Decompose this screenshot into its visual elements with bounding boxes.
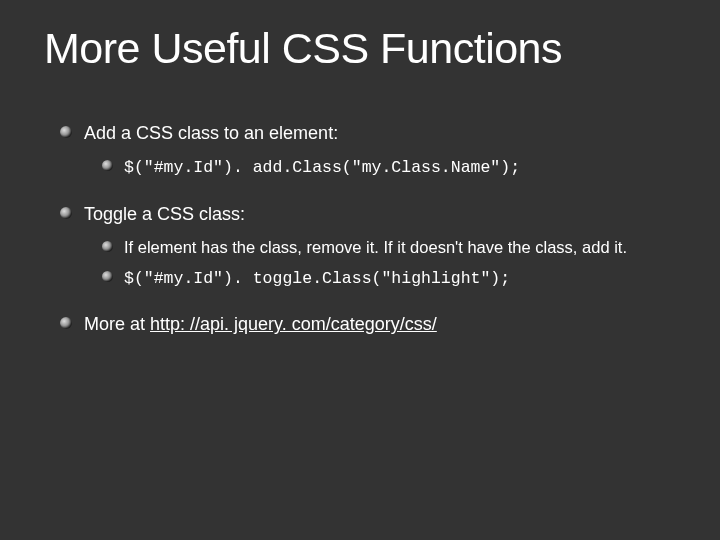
bullet-item-toggle-class: Toggle a CSS class: If element has the c…: [60, 202, 676, 291]
more-at-prefix: More at: [84, 314, 150, 334]
bullet-item-more-at: More at http: //api. jquery. com/categor…: [60, 312, 676, 336]
sub-item-text: If element has the class, remove it. If …: [102, 236, 676, 258]
bullet-list: Add a CSS class to an element: $("#my.Id…: [44, 121, 676, 337]
bullet-label: Toggle a CSS class:: [84, 204, 245, 224]
slide-title: More Useful CSS Functions: [44, 24, 676, 73]
code-snippet: $("#my.Id"). toggle.Class("highlight");: [124, 269, 510, 288]
sub-item-code: $("#my.Id"). toggle.Class("highlight");: [102, 266, 676, 290]
sub-item-code: $("#my.Id"). add.Class("my.Class.Name");: [102, 155, 676, 179]
bullet-label: Add a CSS class to an element:: [84, 123, 338, 143]
bullet-item-add-class: Add a CSS class to an element: $("#my.Id…: [60, 121, 676, 180]
code-snippet: $("#my.Id"). add.Class("my.Class.Name");: [124, 158, 520, 177]
jquery-docs-link[interactable]: http: //api. jquery. com/category/css/: [150, 314, 437, 334]
sub-text: If element has the class, remove it. If …: [124, 238, 627, 256]
sub-list: If element has the class, remove it. If …: [84, 236, 676, 291]
slide: More Useful CSS Functions Add a CSS clas…: [0, 0, 720, 337]
sub-list: $("#my.Id"). add.Class("my.Class.Name");: [84, 155, 676, 179]
